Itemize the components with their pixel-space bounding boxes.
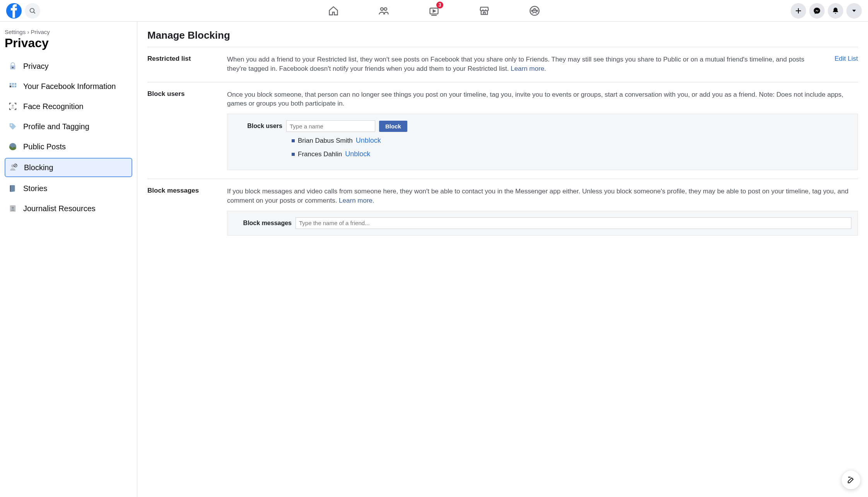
sidebar-item-fb-info[interactable]: Your Facebook Information [5, 77, 132, 95]
svg-point-2 [381, 7, 383, 10]
svg-rect-13 [10, 83, 12, 85]
breadcrumb-separator: › [27, 29, 29, 35]
learn-more-link[interactable]: Learn more. [339, 197, 374, 204]
sidebar-item-label: Profile and Tagging [23, 122, 89, 131]
facebook-logo[interactable] [6, 3, 22, 19]
svg-point-9 [536, 10, 538, 12]
blocked-user-row: Brian Dabus Smith Unblock [292, 137, 851, 145]
groups-icon [529, 5, 540, 16]
bullet-icon [292, 139, 295, 142]
svg-rect-17 [12, 85, 14, 87]
svg-point-7 [534, 9, 536, 10]
section-title: Block messages [147, 187, 221, 236]
plus-icon [795, 7, 802, 15]
home-icon [328, 5, 339, 16]
page-title: Manage Blocking [147, 29, 858, 41]
main-content: Manage Blocking Restricted list When you… [137, 22, 868, 497]
nav-watch[interactable]: 3 [426, 3, 442, 19]
svg-point-26 [12, 207, 14, 209]
blocked-users-list: Brian Dabus Smith Unblock Frances Dahlin… [292, 137, 851, 158]
svg-point-0 [30, 8, 34, 12]
section-description: Once you block someone, that person can … [227, 90, 858, 109]
block-messages-form: Block messages [227, 211, 858, 236]
sidebar-item-label: Your Facebook Information [23, 82, 116, 91]
sidebar-item-blocking[interactable]: Blocking [5, 158, 132, 177]
top-navigation: 3 [0, 0, 868, 22]
search-button[interactable] [25, 3, 40, 19]
grid-icon [8, 81, 18, 91]
svg-point-12 [12, 67, 14, 68]
stories-icon [8, 183, 18, 193]
sidebar-item-journalist[interactable]: Journalist Resources [5, 200, 132, 217]
blocked-user-name: Brian Dabus Smith [298, 137, 353, 145]
messenger-button[interactable] [809, 3, 825, 19]
sidebar-item-public-posts[interactable]: Public Posts [5, 138, 132, 155]
block-users-input[interactable] [286, 120, 375, 132]
section-description: When you add a friend to your Restricted… [227, 55, 821, 73]
section-description: If you block messages and video calls fr… [227, 187, 858, 205]
settings-sidebar: Settings › Privacy Privacy Privacy Your … [0, 22, 137, 497]
block-user-icon [9, 162, 19, 172]
sidebar-item-stories[interactable]: Stories [5, 179, 132, 197]
sidebar-item-privacy[interactable]: Privacy [5, 57, 132, 75]
chevron-down-icon [851, 8, 857, 14]
notifications-button[interactable] [828, 3, 843, 19]
lock-icon [8, 61, 18, 71]
svg-line-24 [14, 164, 17, 167]
sidebar-item-label: Public Posts [23, 142, 66, 151]
svg-point-3 [384, 7, 387, 10]
sidebar-item-face-recognition[interactable]: Face Recognition [5, 97, 132, 115]
svg-point-19 [12, 104, 14, 107]
search-icon [29, 7, 36, 14]
compose-fab[interactable] [842, 471, 860, 489]
sidebar-item-label: Journalist Resources [23, 204, 96, 213]
sidebar-item-label: Face Recognition [23, 102, 84, 111]
section-block-users: Block users Once you block someone, that… [147, 82, 858, 179]
svg-line-1 [34, 12, 35, 14]
globe-icon [8, 142, 18, 152]
section-title: Block users [147, 90, 221, 171]
breadcrumb-privacy[interactable]: Privacy [31, 29, 50, 35]
nav-home[interactable] [326, 3, 341, 19]
tag-icon [8, 121, 18, 132]
watch-badge: 3 [436, 2, 443, 9]
nav-friends[interactable] [376, 3, 391, 19]
section-restricted-list: Restricted list When you add a friend to… [147, 47, 858, 82]
sidebar-item-label: Blocking [24, 163, 53, 172]
svg-rect-18 [15, 85, 17, 87]
svg-rect-14 [12, 83, 14, 85]
sidebar-item-profile-tagging[interactable]: Profile and Tagging [5, 118, 132, 135]
breadcrumb: Settings › Privacy [5, 29, 132, 35]
facebook-f-icon [10, 4, 18, 18]
create-button[interactable] [791, 3, 806, 19]
bell-icon [832, 7, 839, 15]
marketplace-icon [479, 5, 490, 16]
block-messages-input[interactable] [296, 217, 851, 229]
form-label: Block messages [234, 220, 292, 227]
nav-marketplace[interactable] [477, 3, 492, 19]
account-menu-button[interactable] [846, 3, 862, 19]
svg-point-20 [11, 125, 12, 126]
unblock-link[interactable]: Unblock [345, 150, 370, 158]
unblock-link[interactable]: Unblock [356, 137, 381, 145]
nav-groups[interactable] [527, 3, 542, 19]
block-button[interactable]: Block [379, 121, 407, 132]
friends-icon [378, 5, 389, 16]
svg-rect-16 [10, 85, 12, 87]
sidebar-item-label: Stories [23, 184, 47, 193]
form-label: Block users [234, 123, 282, 130]
section-block-messages: Block messages If you block messages and… [147, 179, 858, 244]
section-title: Restricted list [147, 55, 221, 73]
blocked-user-row: Frances Dahlin Unblock [292, 150, 851, 158]
messenger-icon [813, 7, 821, 15]
svg-point-8 [531, 10, 533, 12]
block-users-form: Block users Block Brian Dabus Smith Unbl… [227, 114, 858, 170]
sidebar-title: Privacy [5, 36, 132, 50]
compose-icon [847, 476, 855, 484]
edit-list-link[interactable]: Edit List [835, 55, 858, 73]
sidebar-item-label: Privacy [23, 62, 49, 71]
learn-more-link[interactable]: Learn more. [511, 65, 546, 72]
journalist-icon [8, 203, 18, 213]
breadcrumb-settings[interactable]: Settings [5, 29, 26, 35]
face-recognition-icon [8, 101, 18, 111]
